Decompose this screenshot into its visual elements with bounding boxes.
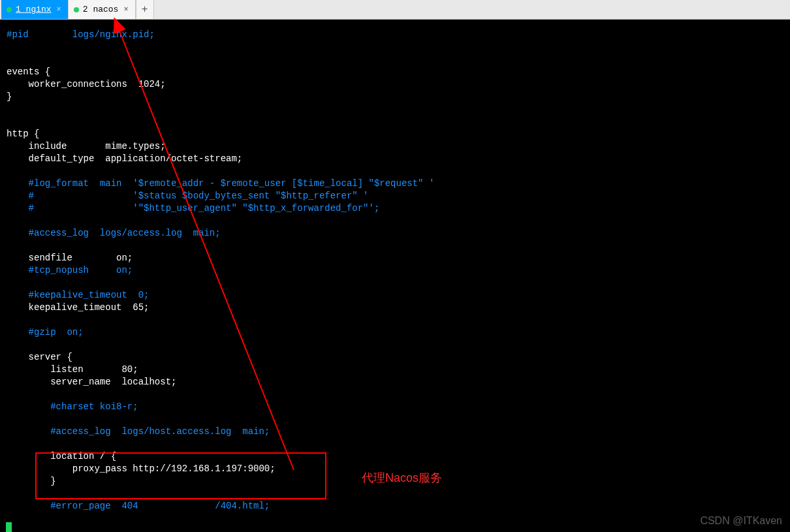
terminal-cursor [6,522,12,532]
status-dot-icon [7,7,12,12]
plus-icon: + [142,4,148,16]
code-line: default_type application/octet-stream; [7,153,242,164]
tab-bar: 1 nginx × 2 nacos × + [0,0,790,20]
code-line: #log_format main '$remote_addr - $remote… [7,178,434,189]
code-line: } [7,476,56,486]
code-line: #pid logs/nginx.pid; [7,29,155,40]
terminal-panel[interactable]: #pid logs/nginx.pid; events { worker_con… [0,20,790,532]
new-tab-button[interactable]: + [136,0,154,19]
code-content: #pid logs/nginx.pid; events { worker_con… [7,29,783,512]
code-line: include mime.types; [7,141,166,151]
code-line: sendfile on; [7,253,133,263]
code-line: server { [7,352,72,362]
tab-nacos[interactable]: 2 nacos × [69,0,136,19]
code-line: #keepalive_timeout 0; [7,290,149,300]
code-line: http { [7,129,39,139]
code-line: #charset koi8-r; [7,401,138,412]
code-line: worker_connections 1024; [7,79,166,89]
code-line: keepalive_timeout 65; [7,302,149,313]
code-line: #gzip on; [7,327,84,337]
code-line: listen 80; [7,364,138,375]
code-line: events { [7,67,50,77]
tab-label: 1 nginx [16,5,52,14]
code-line: #access_log logs/host.access.log main; [7,426,270,437]
code-line: } [7,91,12,102]
code-line: #error_page 404 /404.html; [7,501,270,511]
code-line: proxy_pass http://192.168.1.197:9000; [7,463,276,474]
close-icon[interactable]: × [55,5,63,14]
code-line: #tcp_nopush on; [7,265,133,275]
annotation-label: 代理Nacos服务 [362,470,442,486]
code-line: # '"$http_user_agent" "$http_x_forwarded… [7,203,379,213]
code-line: #access_log logs/access.log main; [7,228,221,238]
tab-label: 2 nacos [83,5,119,14]
close-icon[interactable]: × [122,5,129,14]
code-line: server_name localhost; [7,377,176,387]
status-dot-icon [74,7,79,12]
code-line: location / { [7,451,116,462]
code-line: # '$status $body_bytes_sent "$http_refer… [7,191,369,201]
tab-nginx[interactable]: 1 nginx × [1,0,69,19]
